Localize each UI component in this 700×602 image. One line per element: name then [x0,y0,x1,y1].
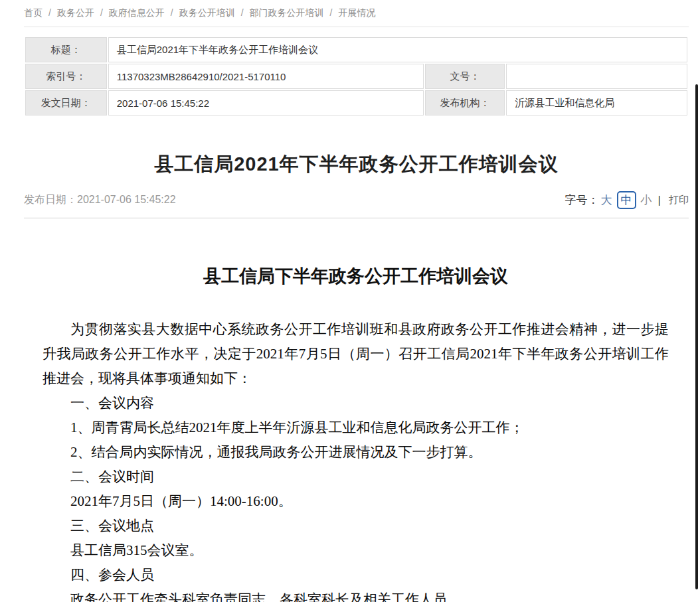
content-paragraphs: 为贯彻落实县大数据中心系统政务公开工作培训班和县政府政务公开工作推进会精神，进一… [43,317,669,602]
breadcrumb-separator: / [330,7,333,18]
meta-value-doc-number [506,64,687,89]
page-container: 首页/政务公开/政府信息公开/政务公开培训/部门政务公开培训/开展情况 标题： … [24,0,689,602]
meta-value-index-number: 11370323MB28642910/2021-5170110 [108,64,424,89]
breadcrumb-separator: / [100,7,103,18]
paragraph-item-2: 2、结合局内实际情况，通报我局政务公开进展情况及下一步打算。 [43,440,669,465]
meta-label-doc-number: 文号： [425,64,505,89]
breadcrumb: 首页/政务公开/政府信息公开/政务公开培训/部门政务公开培训/开展情况 [24,0,689,27]
fontsize-large-button[interactable]: 大 [601,192,612,208]
meta-value-title: 县工信局2021年下半年政务公开工作培训会议 [108,37,687,62]
breadcrumb-item-dept-training[interactable]: 部门政务公开培训 [250,7,324,18]
meta-label-title: 标题： [25,37,107,62]
vertical-scrollbar[interactable] [695,84,698,589]
publish-date: 发布日期：2021-07-06 15:45:22 [24,193,176,207]
page-title: 县工信局2021年下半年政务公开工作培训会议 [24,151,689,178]
content-title: 县工信局下半年政务公开工作培训会议 [43,264,669,288]
paragraph-item-1: 1、周青霄局长总结2021年度上半年沂源县工业和信息化局政务公开工作； [43,415,669,440]
breadcrumb-item-training[interactable]: 政务公开培训 [179,7,235,18]
breadcrumb-separator: / [241,7,244,18]
table-row: 标题： 县工信局2021年下半年政务公开工作培训会议 [25,37,687,62]
paragraph-attendees: 政务公开工作牵头科室负责同志，各科室科长及相关工作人员。 [43,587,669,602]
meta-value-publisher: 沂源县工业和信息化局 [506,90,687,115]
meta-label-publisher: 发布机构： [425,90,505,115]
fontsize-label: 字号： [565,192,599,208]
paragraph-meeting-time: 2021年7月5日（周一）14:00-16:00。 [43,489,669,514]
document-meta-table: 标题： 县工信局2021年下半年政务公开工作培训会议 索引号： 11370323… [24,36,689,117]
fontsize-widget: 字号： 大 中 小 | 打印 [565,191,689,209]
print-button[interactable]: 打印 [669,194,689,206]
breadcrumb-item-zhengwugongkai[interactable]: 政务公开 [57,7,94,18]
paragraph-section-4-heading: 四、参会人员 [43,563,669,587]
paragraph-section-2-heading: 二、会议时间 [43,465,669,489]
meta-value-issue-date: 2021-07-06 15:45:22 [108,90,424,115]
paragraph-intro: 为贯彻落实县大数据中心系统政务公开工作培训班和县政府政务公开工作推进会精神，进一… [43,317,669,391]
article-body: 县工信局下半年政务公开工作培训会议 为贯彻落实县大数据中心系统政务公开工作培训班… [24,264,689,602]
divider: | [658,194,661,207]
paragraph-section-3-heading: 三、会议地点 [43,514,669,538]
breadcrumb-item-status[interactable]: 开展情况 [338,7,375,18]
breadcrumb-separator: / [48,7,51,18]
meta-label-issue-date: 发文日期： [25,90,107,115]
breadcrumb-item-gov-info[interactable]: 政府信息公开 [109,7,165,18]
table-row: 索引号： 11370323MB28642910/2021-5170110 文号： [25,64,687,89]
fontsize-medium-button[interactable]: 中 [617,191,636,209]
table-row: 发文日期： 2021-07-06 15:45:22 发布机构： 沂源县工业和信息… [25,90,687,115]
breadcrumb-item-home[interactable]: 首页 [24,7,43,18]
paragraph-section-1-heading: 一、会议内容 [43,391,669,415]
article-meta-bar: 发布日期：2021-07-06 15:45:22 字号： 大 中 小 | 打印 [24,191,689,218]
breadcrumb-separator: / [171,7,173,18]
fontsize-small-button[interactable]: 小 [641,192,652,208]
paragraph-meeting-place: 县工信局315会议室。 [43,538,669,563]
meta-label-index-number: 索引号： [25,64,107,89]
